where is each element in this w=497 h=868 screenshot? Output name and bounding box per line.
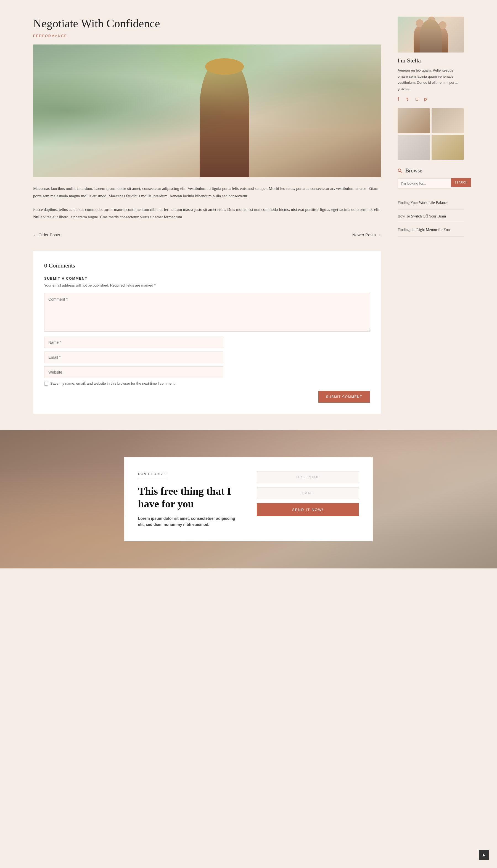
post-category: PERFORMANCE	[33, 34, 381, 38]
hero-image-content	[33, 44, 381, 177]
save-checkbox[interactable]	[44, 382, 48, 386]
author-bio: Aenean eu leo quam. Pellentesque ornare …	[398, 67, 464, 92]
author-people-decoration	[398, 17, 464, 53]
post-body-paragraph-1: Maecenas faucibus mollis interdum. Lorem…	[33, 185, 381, 200]
email-input[interactable]	[44, 352, 223, 363]
sidebar-recent-posts: Finding Your Work Life Balance How To Sw…	[398, 196, 464, 236]
browse-search: SEARCH	[398, 178, 464, 189]
comment-note-text: Your email address will not be published…	[44, 283, 109, 287]
browse-label: Browse	[405, 167, 422, 174]
pagination: ← Older Posts Newer Posts →	[33, 227, 381, 243]
sidebar: I'm Stella Aenean eu leo quam. Pellentes…	[398, 17, 464, 414]
cta-card: DON'T FORGET This free thing that I have…	[124, 457, 373, 541]
page-wrapper: Negotiate With Confidence PERFORMANCE Ma…	[0, 0, 497, 568]
svg-point-0	[398, 169, 401, 171]
cta-right: SEND IT NOW!	[257, 471, 359, 516]
person-silhouette-1	[414, 26, 426, 53]
submit-comment-heading: SUBMIT A COMMENT	[44, 276, 370, 280]
gallery-thumb-4[interactable]	[431, 135, 464, 160]
cta-email-input[interactable]	[257, 487, 359, 499]
article-column: Negotiate With Confidence PERFORMANCE Ma…	[33, 17, 381, 414]
cta-dont-forget-label: DON'T FORGET	[138, 472, 167, 478]
hero-greenery	[33, 44, 381, 177]
gallery-thumb-2[interactable]	[431, 108, 464, 133]
gallery-thumb-3[interactable]	[398, 135, 430, 160]
search-icon	[398, 168, 402, 173]
author-name: I'm Stella	[398, 57, 464, 64]
recent-post-item-1[interactable]: Finding Your Work Life Balance	[398, 196, 464, 210]
person-silhouette-3	[437, 28, 448, 53]
cta-first-name-input[interactable]	[257, 471, 359, 483]
search-button[interactable]: SEARCH	[451, 178, 471, 187]
comments-section: 0 Comments SUBMIT A COMMENT Your email a…	[33, 251, 381, 414]
comment-note: Your email address will not be published…	[44, 283, 370, 287]
comments-count: 0 Comments	[44, 262, 370, 269]
cta-headline: This free thing that I have for you	[138, 485, 240, 510]
twitter-icon[interactable]: t	[407, 97, 411, 102]
sidebar-browse: Browse SEARCH	[398, 167, 464, 189]
comment-form: Save my name, email, and website in this…	[44, 293, 370, 403]
comment-textarea[interactable]	[44, 293, 370, 332]
sidebar-gallery	[398, 108, 464, 160]
older-posts-link[interactable]: ← Older Posts	[33, 232, 60, 237]
search-input[interactable]	[398, 178, 451, 189]
post-hero-image	[33, 44, 381, 177]
newer-posts-link[interactable]: Newer Posts →	[352, 232, 381, 237]
pinterest-icon[interactable]: p	[424, 97, 429, 102]
social-icons: f t ◻ p	[398, 97, 464, 102]
name-input[interactable]	[44, 336, 223, 348]
browse-title: Browse	[398, 167, 464, 174]
save-label-text: Save my name, email, and website in this…	[50, 381, 175, 386]
submit-comment-button[interactable]: SUBMIT COMMENT	[318, 391, 370, 403]
save-me-label: Save my name, email, and website in this…	[44, 381, 370, 386]
cta-left: DON'T FORGET This free thing that I have…	[138, 471, 240, 527]
author-image	[398, 17, 464, 53]
post-body-paragraph-2: Fusce dapibus, tellus ac cursus commodo,…	[33, 206, 381, 221]
main-content: Negotiate With Confidence PERFORMANCE Ma…	[0, 0, 497, 430]
comment-required-text: Required fields are marked *	[110, 283, 156, 287]
svg-line-1	[401, 171, 402, 173]
cta-section: DON'T FORGET This free thing that I have…	[0, 430, 497, 568]
instagram-icon[interactable]: ◻	[415, 97, 420, 102]
cta-send-button[interactable]: SEND IT NOW!	[257, 503, 359, 516]
facebook-icon[interactable]: f	[398, 97, 402, 102]
recent-post-item-2[interactable]: How To Switch Off Your Brain	[398, 210, 464, 223]
website-input[interactable]	[44, 367, 223, 378]
cta-body-text: Lorem ipsum dolor sit amet, consectetuer…	[138, 515, 240, 528]
post-title: Negotiate With Confidence	[33, 17, 381, 30]
recent-post-item-3[interactable]: Finding the Right Mentor for You	[398, 223, 464, 237]
person-silhouette-2	[425, 24, 439, 53]
gallery-thumb-1[interactable]	[398, 108, 430, 133]
